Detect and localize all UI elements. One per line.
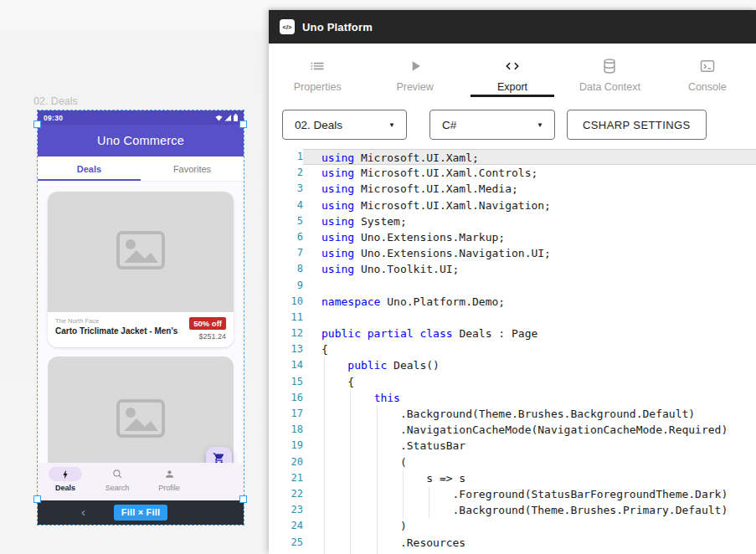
code-text: .Background(Theme.Brushes.Primary.Defaul… — [303, 502, 756, 518]
code-line: 3using Microsoft.UI.Xaml.Media; — [269, 181, 756, 197]
indent-guide — [377, 535, 378, 551]
app-tab-deals[interactable]: Deals — [38, 156, 141, 181]
nav-label: Profile — [158, 484, 180, 492]
line-number: 9 — [269, 278, 303, 294]
code-line: 7using Uno.Extensions.Navigation.UI; — [269, 245, 756, 261]
csharp-settings-button[interactable]: CSHARP SETTINGS — [567, 110, 707, 140]
code-text: public partial class Deals : Page — [303, 326, 756, 341]
indent-guide — [350, 390, 351, 406]
selection-handle-top-left[interactable] — [33, 121, 41, 128]
panel-tab-data-context[interactable]: Data Context — [561, 44, 658, 103]
code-text: using Microsoft.UI.Xaml.Controls; — [303, 165, 756, 181]
indent-guide — [350, 470, 351, 486]
product-title: Carto Triclimate Jacket - Men's — [55, 326, 177, 336]
code-text: { — [303, 341, 756, 357]
indent-guide — [429, 502, 429, 518]
indent-guide — [377, 518, 378, 534]
status-time: 09:30 — [44, 114, 63, 122]
export-controls: 02. Deals ▼ C# ▼ CSHARP SETTINGS — [282, 110, 707, 140]
nav-item-search[interactable]: Search — [91, 463, 143, 500]
panel-title: Uno Platform — [302, 21, 373, 33]
chevron-left-icon[interactable]: ‹ — [81, 505, 85, 518]
selection-handle-bottom-right[interactable] — [239, 495, 247, 503]
code-line: 8using Uno.Toolkit.UI; — [269, 261, 756, 277]
indent-guide — [324, 502, 325, 518]
panel-tab-preview[interactable]: Preview — [366, 44, 463, 103]
wifi-icon — [215, 115, 223, 121]
discount-badge: 50% off — [189, 317, 226, 330]
page-select-dropdown[interactable]: 02. Deals ▼ — [282, 110, 407, 140]
indent-guide — [324, 374, 325, 390]
play-icon — [407, 58, 424, 74]
bottom-nav-bar: Deals Search Profile — [38, 463, 244, 500]
code-line: 5using System; — [269, 213, 756, 229]
code-editor[interactable]: 1using Microsoft.UI.Xaml;2using Microsof… — [269, 149, 756, 554]
indent-guide — [350, 406, 351, 422]
line-number: 19 — [269, 438, 303, 454]
indent-guide — [377, 470, 378, 486]
phone-content: The North Face Carto Triclimate Jacket -… — [38, 182, 244, 500]
code-line: 2using Microsoft.UI.Xaml.Controls; — [269, 165, 756, 181]
size-mode-button[interactable]: Fill × Fill — [114, 505, 168, 521]
product-image-placeholder — [48, 192, 234, 312]
app-bar: Uno Commerce — [38, 125, 244, 156]
bolt-icon — [49, 467, 82, 481]
panel-tab-console[interactable]: Console — [659, 44, 756, 103]
code-line: 12public partial class Deals : Page — [269, 326, 756, 341]
panel-tab-properties[interactable]: Properties — [269, 44, 366, 103]
line-number: 15 — [269, 374, 303, 390]
phone-status-bar: 09:30 — [38, 110, 244, 125]
phone-artboard[interactable]: 09:30 Uno Commerce Deals Favorites — [37, 110, 244, 526]
line-number: 2 — [269, 165, 303, 181]
line-number: 5 — [269, 213, 303, 229]
language-select-value: C# — [442, 119, 456, 131]
code-text: public Deals() — [303, 357, 756, 373]
code-text: .Background(Theme.Brushes.Background.Def… — [303, 406, 756, 422]
indent-guide — [350, 535, 351, 551]
selection-handle-top-right[interactable] — [239, 121, 247, 128]
indent-guide — [350, 551, 351, 554]
code-text: using Microsoft.UI.Xaml.Navigation; — [303, 197, 756, 213]
code-line: 18 .NavigationCacheMode(NavigationCacheM… — [269, 422, 756, 438]
uno-platform-logo-icon: </> — [280, 19, 295, 34]
code-line: 4using Microsoft.UI.Xaml.Navigation; — [269, 197, 756, 213]
code-text — [303, 278, 756, 294]
code-text: using Uno.Extensions.Markup; — [303, 229, 756, 245]
terminal-icon — [699, 58, 716, 74]
code-line: 23 .Background(Theme.Brushes.Primary.Def… — [269, 502, 756, 518]
image-placeholder-icon — [116, 231, 165, 273]
product-card[interactable]: The North Face Carto Triclimate Jacket -… — [48, 192, 234, 347]
code-line: 16 this — [269, 390, 756, 406]
code-line: 26 ( — [269, 551, 756, 554]
code-line: 9 — [269, 278, 756, 294]
code-line: 15 { — [269, 374, 756, 390]
code-text: .StatusBar — [303, 438, 756, 454]
indent-guide — [324, 390, 325, 406]
indent-guide — [324, 535, 325, 551]
indent-guide — [324, 470, 325, 486]
designer-screen: 02. Deals 09:30 Uno Commerce Deals Favor… — [0, 0, 756, 554]
code-text: using System; — [303, 213, 756, 229]
code-line: 17 .Background(Theme.Brushes.Background.… — [269, 406, 756, 422]
indent-guide — [324, 518, 325, 534]
line-number: 13 — [269, 341, 303, 357]
code-text: s => s — [303, 470, 756, 486]
image-placeholder-icon — [116, 399, 165, 441]
panel-tab-export[interactable]: Export — [464, 44, 561, 103]
line-number: 16 — [269, 390, 303, 406]
code-text: .Resources — [303, 535, 756, 551]
code-line: 25 .Resources — [269, 535, 756, 551]
language-select-dropdown[interactable]: C# ▼ — [429, 110, 555, 140]
app-tab-favorites[interactable]: Favorites — [141, 156, 244, 181]
line-number: 18 — [269, 422, 303, 438]
indent-guide — [324, 454, 325, 470]
selection-handle-bottom-left[interactable] — [33, 495, 41, 503]
nav-item-profile[interactable]: Profile — [143, 463, 195, 500]
person-icon — [152, 467, 186, 481]
code-line: 19 .StatusBar — [269, 438, 756, 454]
indent-guide — [350, 518, 351, 534]
indent-guide — [377, 502, 378, 518]
code-line: 22 .Foreground(StatusBarForegroundTheme.… — [269, 486, 756, 502]
nav-item-deals[interactable]: Deals — [39, 463, 91, 500]
panel-header: </> Uno Platform — [269, 10, 756, 44]
